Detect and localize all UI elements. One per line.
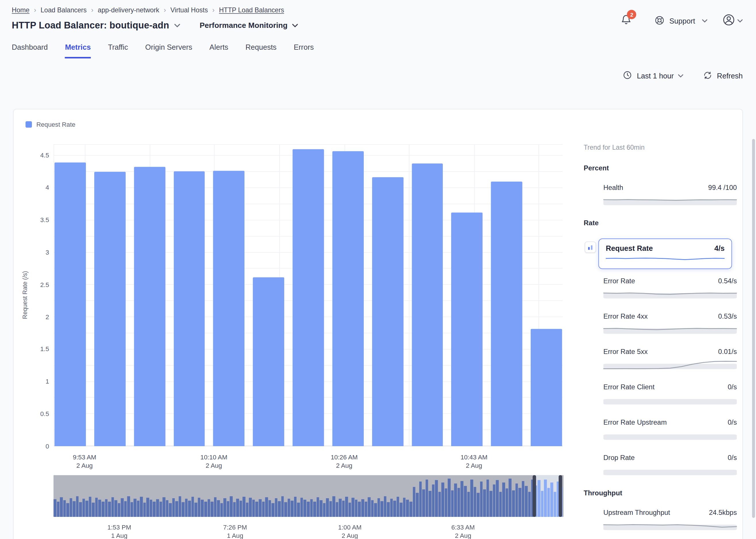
brush-bar bbox=[236, 499, 239, 517]
x-axis-tick: 10:43 AM2 Aug bbox=[461, 453, 488, 470]
metric-row-error-rate-5xx[interactable]: Error Rate 5xx0.01/s bbox=[603, 347, 737, 370]
tab-traffic[interactable]: Traffic bbox=[108, 43, 128, 59]
tab-dashboard[interactable]: Dashboard bbox=[12, 43, 48, 59]
request-rate-bar[interactable] bbox=[451, 213, 483, 446]
request-rate-bar[interactable] bbox=[94, 172, 125, 446]
brush-bar bbox=[355, 500, 357, 517]
brush-bar bbox=[79, 502, 82, 517]
brush-bar bbox=[515, 484, 518, 517]
refresh-button[interactable]: Refresh bbox=[703, 70, 743, 81]
chart-legend[interactable]: Request Rate bbox=[26, 121, 75, 128]
brush-bar bbox=[252, 500, 255, 517]
app-viewport: Home›Load Balancers›app-delivery-network… bbox=[0, 0, 756, 539]
tab-requests[interactable]: Requests bbox=[245, 43, 276, 59]
request-rate-bar[interactable] bbox=[491, 182, 522, 446]
metric-row-error-rate-client[interactable]: Error Rate Client0/s bbox=[603, 383, 737, 406]
title-chevron-down-icon[interactable] bbox=[174, 24, 180, 28]
brush-bar bbox=[243, 497, 245, 517]
brush-bar bbox=[172, 498, 175, 517]
request-rate-bar[interactable] bbox=[412, 164, 443, 446]
x-tick-date: 2 Aug bbox=[331, 461, 358, 470]
request-rate-bar[interactable] bbox=[332, 151, 363, 446]
brush-bar bbox=[413, 487, 415, 517]
brush-bar bbox=[66, 503, 69, 517]
brush-bar bbox=[191, 497, 194, 517]
request-rate-bar[interactable] bbox=[213, 171, 245, 446]
breadcrumb-item-http-load-balancers[interactable]: HTTP Load Balancers bbox=[219, 6, 284, 14]
metric-row-health[interactable]: Health99.4 /100 bbox=[603, 184, 737, 206]
brush-bar bbox=[63, 500, 66, 517]
metric-row-request-rate[interactable]: Request Rate4/s bbox=[599, 239, 732, 269]
brush-handle[interactable] bbox=[532, 475, 536, 517]
metric-row-error-rate-4xx[interactable]: Error Rate 4xx0.53/s bbox=[603, 312, 737, 335]
x-axis-tick: 10:10 AM2 Aug bbox=[200, 453, 227, 470]
brush-bar bbox=[143, 503, 146, 517]
brush-bar bbox=[265, 497, 268, 517]
brush-bar bbox=[211, 502, 213, 517]
breadcrumb-item-home[interactable]: Home bbox=[12, 6, 30, 14]
metric-label: Drop Rate bbox=[603, 454, 635, 461]
account-menu[interactable] bbox=[722, 13, 743, 29]
brush-bar bbox=[528, 492, 531, 517]
brush-bar bbox=[544, 479, 547, 517]
tab-origin-servers[interactable]: Origin Servers bbox=[145, 43, 192, 59]
brush-bar bbox=[474, 487, 476, 517]
brush-bar bbox=[371, 500, 374, 517]
request-rate-bar[interactable] bbox=[253, 277, 284, 446]
request-rate-bar[interactable] bbox=[372, 177, 404, 446]
x-axis-tick: 9:53 AM2 Aug bbox=[73, 453, 96, 470]
brush-bar bbox=[137, 501, 139, 517]
tab-metrics[interactable]: Metrics bbox=[65, 43, 91, 59]
brush-bar bbox=[82, 499, 85, 517]
time-range-selector[interactable]: Last 1 hour bbox=[623, 70, 684, 81]
request-rate-bar[interactable] bbox=[174, 171, 205, 446]
brush-bar bbox=[57, 502, 59, 517]
request-rate-bar[interactable] bbox=[134, 167, 165, 446]
app-stage: Home›Load Balancers›app-delivery-network… bbox=[0, 0, 756, 539]
brush-bar bbox=[512, 490, 515, 517]
brush-handle[interactable] bbox=[559, 475, 562, 517]
scrollbar-thumb[interactable] bbox=[752, 139, 755, 518]
x-axis-tick: 10:26 AM2 Aug bbox=[331, 453, 358, 470]
brush-bar bbox=[339, 499, 341, 517]
brush-bar bbox=[249, 498, 252, 517]
brush-bar bbox=[102, 501, 104, 517]
brush-bar bbox=[300, 498, 303, 517]
brush-bar bbox=[268, 500, 271, 517]
tab-alerts[interactable]: Alerts bbox=[209, 43, 228, 59]
metric-label: Health bbox=[603, 184, 623, 192]
support-menu[interactable]: Support bbox=[654, 15, 708, 27]
brush-bar bbox=[506, 489, 508, 517]
tab-errors[interactable]: Errors bbox=[294, 43, 314, 59]
request-rate-bar[interactable] bbox=[531, 329, 562, 446]
brush-bar bbox=[384, 496, 387, 517]
y-axis-labels: 00.511.522.533.544.5 bbox=[14, 144, 49, 446]
request-rate-bar[interactable] bbox=[55, 162, 86, 446]
brush-bar bbox=[470, 479, 473, 517]
brush-bar bbox=[368, 497, 370, 517]
brush-bar bbox=[76, 496, 78, 517]
brush-bar bbox=[400, 503, 402, 517]
brush-bar bbox=[451, 490, 454, 517]
request-rate-chart bbox=[53, 144, 563, 446]
avatar-icon bbox=[722, 13, 735, 29]
request-rate-bar[interactable] bbox=[292, 149, 324, 446]
notifications-button[interactable]: 2 bbox=[621, 14, 632, 28]
metric-row-error-rate[interactable]: Error Rate0.54/s bbox=[603, 277, 737, 300]
brush-bar bbox=[227, 501, 229, 517]
x-tick-time: 1:53 PM bbox=[108, 523, 131, 531]
timeline-brush[interactable] bbox=[53, 475, 564, 517]
metric-row-error-rate-upstream[interactable]: Error Rate Upstream0/s bbox=[603, 418, 737, 441]
metric-row-upstream-throughput[interactable]: Upstream Throughput24.5kbps bbox=[603, 508, 737, 531]
brush-axis-tick: 1:00 AM2 Aug bbox=[338, 523, 361, 539]
metric-value: 0/s bbox=[727, 418, 737, 426]
brush-bar bbox=[323, 503, 326, 517]
metric-value: 0.01/s bbox=[718, 347, 737, 355]
y-axis-tick: 4 bbox=[45, 184, 49, 192]
refresh-icon bbox=[703, 70, 712, 81]
view-selector[interactable]: Performance Monitoring bbox=[200, 21, 298, 30]
brush-bar bbox=[262, 502, 265, 517]
metric-row-drop-rate[interactable]: Drop Rate0/s bbox=[603, 454, 737, 476]
metric-value: 0.53/s bbox=[718, 312, 737, 320]
breadcrumb-separator: › bbox=[164, 6, 166, 14]
